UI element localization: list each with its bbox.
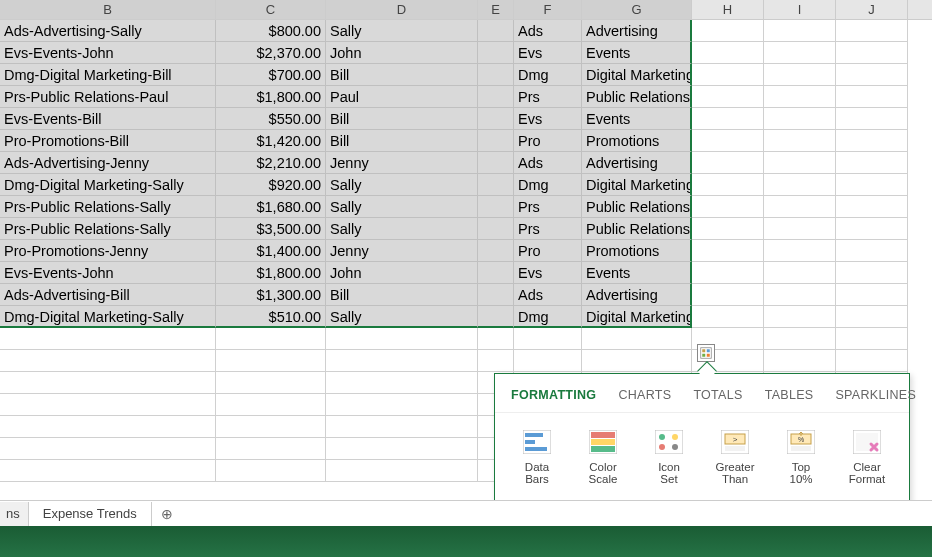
cell[interactable] — [0, 350, 216, 372]
cell[interactable]: $1,300.00 — [216, 284, 326, 306]
cell[interactable] — [478, 20, 514, 42]
cell[interactable] — [478, 152, 514, 174]
cell[interactable]: $800.00 — [216, 20, 326, 42]
cell[interactable] — [326, 350, 478, 372]
cell[interactable] — [764, 262, 836, 284]
cell[interactable] — [764, 152, 836, 174]
col-header-g[interactable]: G — [582, 0, 692, 19]
cell[interactable] — [514, 350, 582, 372]
cell[interactable] — [514, 328, 582, 350]
cell[interactable] — [764, 240, 836, 262]
cell[interactable]: $1,680.00 — [216, 196, 326, 218]
cell[interactable]: $2,370.00 — [216, 42, 326, 64]
cell[interactable] — [478, 130, 514, 152]
cell[interactable] — [216, 350, 326, 372]
cell[interactable] — [326, 372, 478, 394]
cell[interactable]: Sally — [326, 20, 478, 42]
cell[interactable] — [764, 108, 836, 130]
cell[interactable] — [478, 196, 514, 218]
cell[interactable]: $2,210.00 — [216, 152, 326, 174]
cell[interactable] — [764, 64, 836, 86]
cell[interactable] — [478, 350, 514, 372]
cell[interactable]: John — [326, 42, 478, 64]
cell[interactable] — [478, 328, 514, 350]
cell[interactable] — [326, 328, 478, 350]
cell[interactable]: Bill — [326, 130, 478, 152]
cell[interactable] — [692, 42, 764, 64]
cell[interactable] — [764, 350, 836, 372]
cell[interactable] — [836, 218, 908, 240]
cell[interactable]: Prs — [514, 86, 582, 108]
cell[interactable]: Dmg — [514, 64, 582, 86]
cell[interactable] — [692, 284, 764, 306]
cell[interactable] — [764, 174, 836, 196]
cell[interactable]: Evs — [514, 42, 582, 64]
cell[interactable] — [764, 218, 836, 240]
cell[interactable] — [0, 394, 216, 416]
cell[interactable]: Bill — [326, 64, 478, 86]
cell[interactable]: Dmg — [514, 174, 582, 196]
cell[interactable]: Sally — [326, 174, 478, 196]
cell[interactable]: Prs-Public Relations-Paul — [0, 86, 216, 108]
cell[interactable] — [692, 306, 764, 328]
tab-tables[interactable]: TABLES — [765, 388, 814, 402]
cell[interactable]: Events — [582, 42, 692, 64]
cell[interactable] — [478, 64, 514, 86]
cell[interactable]: Events — [582, 108, 692, 130]
cell[interactable] — [326, 460, 478, 482]
tab-sparklines[interactable]: SPARKLINES — [835, 388, 916, 402]
cell[interactable] — [478, 108, 514, 130]
col-header-f[interactable]: F — [514, 0, 582, 19]
cell[interactable] — [836, 174, 908, 196]
cell[interactable]: Public Relations — [582, 196, 692, 218]
cell[interactable] — [836, 130, 908, 152]
cell[interactable] — [692, 64, 764, 86]
sheet-tab-expense-trends[interactable]: Expense Trends — [29, 502, 152, 526]
cell[interactable]: Prs-Public Relations-Sally — [0, 218, 216, 240]
cell[interactable]: $700.00 — [216, 64, 326, 86]
opt-greater-than[interactable]: > GreaterThan — [707, 429, 763, 485]
cell[interactable] — [216, 416, 326, 438]
cell[interactable]: Sally — [326, 196, 478, 218]
cell[interactable] — [764, 20, 836, 42]
opt-data-bars[interactable]: DataBars — [509, 429, 565, 485]
cell[interactable]: Promotions — [582, 130, 692, 152]
cell[interactable] — [836, 86, 908, 108]
cell[interactable] — [478, 218, 514, 240]
cell[interactable] — [478, 240, 514, 262]
col-header-b[interactable]: B — [0, 0, 216, 19]
cell[interactable] — [692, 152, 764, 174]
cell[interactable]: Evs — [514, 108, 582, 130]
col-header-h[interactable]: H — [692, 0, 764, 19]
cell[interactable]: Evs-Events-John — [0, 42, 216, 64]
cell[interactable] — [764, 284, 836, 306]
cell[interactable]: $1,420.00 — [216, 130, 326, 152]
col-header-c[interactable]: C — [216, 0, 326, 19]
cell[interactable]: Dmg — [514, 306, 582, 328]
cell[interactable]: $510.00 — [216, 306, 326, 328]
cell[interactable] — [764, 306, 836, 328]
cell[interactable]: Evs-Events-John — [0, 262, 216, 284]
cell[interactable] — [582, 350, 692, 372]
col-header-i[interactable]: I — [764, 0, 836, 19]
opt-color-scale[interactable]: ColorScale — [575, 429, 631, 485]
cell[interactable]: Jenny — [326, 240, 478, 262]
cell[interactable] — [692, 196, 764, 218]
cell[interactable]: Advertising — [582, 152, 692, 174]
cell[interactable]: Promotions — [582, 240, 692, 262]
col-header-d[interactable]: D — [326, 0, 478, 19]
opt-clear-format[interactable]: ClearFormat — [839, 429, 895, 485]
cell[interactable] — [764, 130, 836, 152]
cell[interactable] — [582, 328, 692, 350]
cell[interactable] — [692, 174, 764, 196]
cell[interactable] — [326, 394, 478, 416]
cell[interactable] — [836, 64, 908, 86]
cell[interactable] — [216, 394, 326, 416]
add-sheet-button[interactable]: ⊕ — [152, 506, 182, 522]
col-header-e[interactable]: E — [478, 0, 514, 19]
cell[interactable]: Ads — [514, 152, 582, 174]
cell[interactable] — [0, 416, 216, 438]
cell[interactable] — [836, 152, 908, 174]
cell[interactable] — [216, 372, 326, 394]
cell[interactable] — [216, 438, 326, 460]
